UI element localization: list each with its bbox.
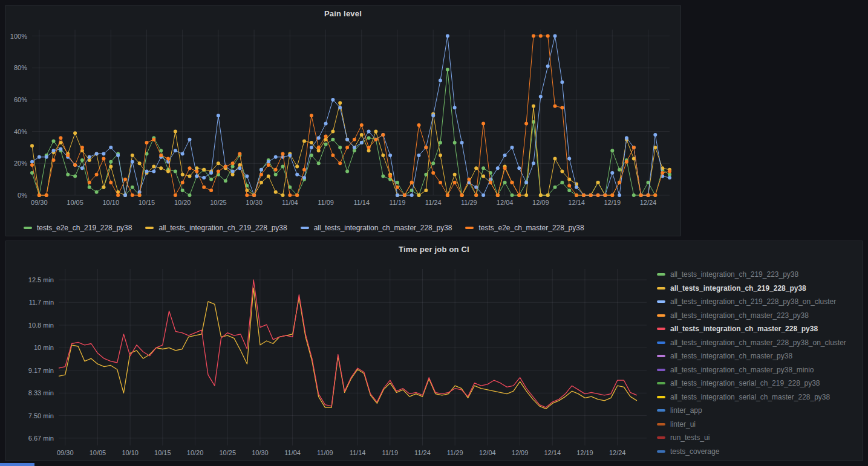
data-point[interactable]: [439, 141, 442, 144]
data-point[interactable]: [410, 181, 414, 184]
legend-item[interactable]: all_tests_integration_ch_219_228_py38: [145, 224, 287, 232]
data-point[interactable]: [310, 141, 313, 144]
data-point[interactable]: [345, 146, 349, 149]
data-point[interactable]: [453, 181, 457, 184]
data-point[interactable]: [560, 80, 564, 84]
data-point[interactable]: [281, 152, 285, 156]
data-point[interactable]: [331, 98, 334, 102]
data-point[interactable]: [546, 193, 550, 197]
data-point[interactable]: [453, 141, 457, 144]
data-point[interactable]: [511, 146, 514, 149]
data-point[interactable]: [424, 146, 428, 149]
data-point[interactable]: [625, 160, 628, 164]
panel-title-pain-level[interactable]: Pain level: [5, 5, 680, 22]
data-point[interactable]: [288, 154, 292, 157]
data-point[interactable]: [123, 193, 127, 197]
data-point[interactable]: [453, 106, 457, 109]
data-point[interactable]: [560, 181, 564, 184]
data-point[interactable]: [30, 171, 34, 175]
data-point[interactable]: [30, 160, 34, 164]
data-point[interactable]: [331, 154, 334, 157]
data-point[interactable]: [238, 166, 241, 170]
data-point[interactable]: [496, 166, 500, 170]
data-point[interactable]: [567, 178, 571, 181]
data-point[interactable]: [553, 186, 557, 189]
data-point[interactable]: [80, 158, 84, 162]
data-point[interactable]: [446, 34, 449, 38]
data-point[interactable]: [209, 189, 213, 192]
data-point[interactable]: [381, 133, 385, 137]
data-point[interactable]: [30, 163, 34, 167]
data-point[interactable]: [109, 181, 113, 184]
data-point[interactable]: [102, 152, 105, 156]
data-point[interactable]: [259, 181, 263, 184]
data-point[interactable]: [546, 34, 550, 38]
data-point[interactable]: [66, 173, 70, 176]
data-point[interactable]: [166, 160, 170, 164]
data-point[interactable]: [474, 186, 478, 189]
data-point[interactable]: [560, 170, 564, 173]
data-point[interactable]: [145, 170, 149, 173]
data-point[interactable]: [217, 114, 220, 117]
data-point[interactable]: [202, 168, 206, 172]
data-point[interactable]: [338, 106, 342, 109]
data-point[interactable]: [181, 173, 184, 176]
data-point[interactable]: [138, 193, 142, 197]
data-point[interactable]: [374, 130, 377, 134]
data-point[interactable]: [360, 141, 364, 144]
data-point[interactable]: [174, 130, 177, 134]
data-point[interactable]: [553, 34, 557, 38]
data-point[interactable]: [439, 154, 442, 157]
data-point[interactable]: [88, 181, 91, 184]
data-point[interactable]: [367, 149, 371, 152]
data-point[interactable]: [217, 161, 220, 165]
data-point[interactable]: [59, 136, 62, 140]
data-point[interactable]: [302, 176, 306, 180]
legend-item[interactable]: all_tests_integration_ch_master_223_py38: [657, 309, 860, 323]
data-point[interactable]: [511, 181, 514, 184]
data-point[interactable]: [159, 166, 163, 170]
data-point[interactable]: [618, 193, 621, 197]
data-point[interactable]: [252, 193, 256, 197]
data-point[interactable]: [317, 161, 321, 165]
data-point[interactable]: [431, 114, 435, 117]
legend-item[interactable]: all_tests_integration_serial_ch_master_2…: [657, 390, 860, 404]
data-point[interactable]: [166, 157, 170, 160]
data-point[interactable]: [95, 190, 99, 194]
data-point[interactable]: [403, 193, 406, 197]
data-point[interactable]: [546, 65, 550, 68]
data-point[interactable]: [524, 193, 528, 197]
data-point[interactable]: [73, 131, 77, 135]
data-point[interactable]: [582, 193, 586, 197]
data-point[interactable]: [188, 174, 192, 178]
data-point[interactable]: [503, 154, 507, 157]
data-point[interactable]: [116, 193, 120, 197]
legend-item[interactable]: tests_coverage: [657, 445, 860, 459]
data-point[interactable]: [553, 105, 557, 108]
data-point[interactable]: [73, 174, 77, 178]
data-point[interactable]: [310, 154, 313, 157]
data-point[interactable]: [524, 121, 528, 125]
data-point[interactable]: [567, 184, 571, 187]
pain-level-chart[interactable]: 0%20%40%60%80%100%09/3010/0510/1010/1510…: [5, 22, 680, 215]
data-point[interactable]: [532, 105, 535, 108]
data-point[interactable]: [517, 193, 521, 197]
data-point[interactable]: [38, 193, 41, 197]
data-point[interactable]: [417, 193, 421, 197]
legend-item[interactable]: linter_app: [657, 404, 860, 418]
data-point[interactable]: [152, 165, 155, 169]
data-point[interactable]: [388, 154, 392, 157]
data-point[interactable]: [317, 136, 321, 140]
data-point[interactable]: [417, 154, 421, 157]
data-point[interactable]: [66, 154, 70, 157]
data-point[interactable]: [231, 165, 235, 169]
data-point[interactable]: [618, 181, 621, 184]
data-point[interactable]: [52, 149, 56, 152]
data-point[interactable]: [174, 193, 177, 197]
data-point[interactable]: [596, 181, 600, 184]
data-point[interactable]: [639, 193, 643, 197]
data-point[interactable]: [295, 173, 299, 176]
data-point[interactable]: [152, 170, 155, 173]
data-point[interactable]: [539, 95, 543, 99]
legend-item[interactable]: all_tests_integration_ch_master_py38_min…: [657, 363, 860, 377]
